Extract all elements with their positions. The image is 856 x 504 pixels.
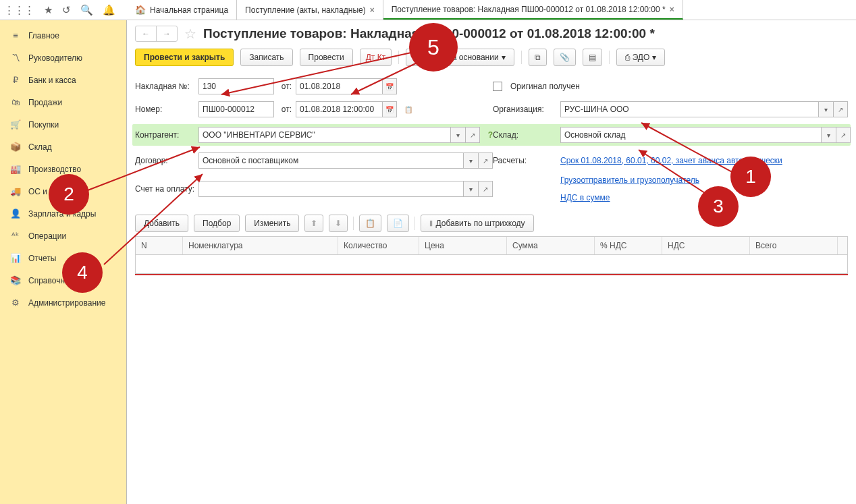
- column-header[interactable]: % НДС: [595, 237, 662, 254]
- sidebar-icon: 🛒: [9, 119, 22, 130]
- number-label: Номер:: [135, 105, 194, 114]
- tab-receipt-doc[interactable]: Поступление товаров: Накладная ПШ00-0000…: [383, 0, 683, 20]
- close-icon[interactable]: ×: [670, 5, 674, 14]
- dropdown-icon[interactable]: ▾: [463, 152, 478, 169]
- dropdown-icon[interactable]: ▾: [450, 127, 465, 143]
- counterparty-input[interactable]: ООО "ИНВЕНТАРИ СЕРВИС": [198, 127, 450, 143]
- number-date-input[interactable]: 01.08.2018 12:00:00: [296, 101, 382, 117]
- open-icon[interactable]: ↗: [478, 181, 493, 197]
- sidebar-icon: ᴬᵏ: [9, 231, 22, 241]
- bell-icon[interactable]: 🔔: [103, 4, 115, 16]
- dropdown-icon[interactable]: ▾: [463, 181, 478, 197]
- column-header[interactable]: Количество: [338, 237, 419, 254]
- original-received-checkbox[interactable]: [493, 82, 502, 91]
- back-icon[interactable]: ←: [136, 26, 157, 41]
- sidebar-item-label: Руководителю: [28, 53, 82, 63]
- shipper-consignee-link[interactable]: Грузоотправитель и грузополучатель: [560, 175, 699, 185]
- invoice-no-input[interactable]: 130: [198, 78, 274, 94]
- close-icon[interactable]: ×: [370, 5, 375, 15]
- move-down-button[interactable]: ⬇: [329, 215, 348, 232]
- sidebar-icon: 🏭: [9, 164, 22, 174]
- calendar-icon[interactable]: 📅: [382, 101, 397, 117]
- column-header[interactable]: Номенклатура: [183, 237, 338, 254]
- sidebar-item-5[interactable]: 📦Склад: [0, 136, 126, 158]
- organization-input[interactable]: РУС-ШИНА ООО: [560, 101, 818, 117]
- sidebar-icon: 📚: [9, 275, 22, 285]
- dt-kt-button[interactable]: Дт Кт: [360, 49, 392, 66]
- sidebar-icon: 🚚: [9, 186, 22, 196]
- favorite-star-icon[interactable]: ☆: [184, 26, 196, 42]
- forward-icon[interactable]: →: [157, 26, 177, 41]
- sidebar: ≡Главное〽Руководителю₽Банк и касса🛍Прода…: [0, 20, 127, 504]
- sidebar-item-label: Производство: [28, 165, 81, 174]
- apps-icon[interactable]: ⋮⋮⋮: [4, 4, 34, 16]
- refresh-icon[interactable]: 📋: [401, 101, 416, 117]
- column-header[interactable]: НДС: [662, 237, 750, 254]
- attach-button[interactable]: 📎: [554, 49, 576, 66]
- copy-button[interactable]: 📋: [359, 215, 381, 232]
- open-icon[interactable]: ↗: [465, 127, 480, 143]
- paste-button[interactable]: 📄: [387, 215, 409, 232]
- sidebar-item-label: Склад: [28, 142, 52, 152]
- star-icon[interactable]: ★: [44, 4, 53, 16]
- sidebar-icon: 👤: [9, 208, 22, 219]
- help-icon[interactable]: ?: [488, 130, 493, 140]
- sidebar-icon: ≡: [9, 30, 22, 40]
- annotation-marker-3: 3: [698, 186, 739, 227]
- sidebar-item-label: Отчеты: [28, 254, 56, 263]
- invoice-no-label: Накладная №:: [135, 82, 194, 91]
- search-icon[interactable]: 🔍: [80, 4, 93, 16]
- sidebar-icon: 📦: [9, 142, 22, 152]
- column-header[interactable]: N: [136, 237, 183, 254]
- annotation-marker-2: 2: [49, 174, 89, 215]
- annotation-marker-1: 1: [730, 157, 771, 197]
- sidebar-item-3[interactable]: 🛍Продажи: [0, 91, 126, 113]
- number-input[interactable]: ПШ00-000012: [198, 101, 274, 117]
- change-button[interactable]: Изменить: [245, 215, 299, 232]
- move-up-button[interactable]: ⬆: [304, 215, 323, 232]
- save-button[interactable]: Записать: [240, 49, 292, 66]
- structure-button[interactable]: ⧉: [529, 49, 547, 66]
- tab-home[interactable]: 🏠Начальная страница: [127, 0, 237, 20]
- sidebar-icon: ₽: [9, 75, 22, 85]
- vat-mode-link[interactable]: НДС в сумме: [560, 193, 699, 202]
- sidebar-item-label: Администрирование: [28, 298, 105, 308]
- calendar-icon[interactable]: 📅: [382, 78, 397, 94]
- column-header[interactable]: Всего: [750, 237, 838, 254]
- tab-receipts[interactable]: Поступление (акты, накладные)×: [237, 0, 383, 20]
- post-button[interactable]: Провести: [300, 49, 353, 66]
- payment-invoice-input[interactable]: [198, 181, 463, 197]
- open-icon[interactable]: ↗: [833, 101, 848, 117]
- column-header[interactable]: Сумма: [507, 237, 595, 254]
- counterparty-label: Контрагент:: [135, 130, 194, 140]
- sidebar-item-0[interactable]: ≡Главное: [0, 24, 126, 47]
- sidebar-item-label: Банк и касса: [28, 76, 76, 85]
- pick-button[interactable]: Подбор: [194, 215, 240, 232]
- open-icon[interactable]: ↗: [836, 127, 851, 143]
- sidebar-item-label: Покупки: [28, 120, 59, 130]
- sidebar-item-1[interactable]: 〽Руководителю: [0, 47, 126, 69]
- payment-invoice-label: Счет на оплату:: [135, 184, 194, 194]
- report-button[interactable]: ▤: [583, 49, 602, 66]
- sidebar-item-12[interactable]: ⚙Администрирование: [0, 291, 126, 314]
- table-body[interactable]: [135, 255, 848, 274]
- sidebar-icon: 🛍: [9, 97, 22, 107]
- add-row-button[interactable]: Добавить: [135, 215, 188, 232]
- invoice-date-input[interactable]: 01.08.2018: [296, 78, 382, 94]
- warehouse-input[interactable]: Основной склад: [560, 127, 821, 143]
- history-icon[interactable]: ↺: [62, 4, 71, 16]
- sidebar-item-label: Главное: [28, 31, 59, 40]
- add-by-barcode-button[interactable]: ⦀ Добавить по штрихкоду: [421, 215, 533, 232]
- contract-input[interactable]: Основной с поставщиком: [198, 152, 463, 169]
- nav-back-forward[interactable]: ←→: [135, 26, 178, 42]
- edo-button[interactable]: ⎙ ЭДО ▾: [616, 49, 666, 66]
- sidebar-item-2[interactable]: ₽Банк и касса: [0, 69, 126, 91]
- dropdown-icon[interactable]: ▾: [821, 127, 836, 143]
- column-header[interactable]: Цена: [419, 237, 507, 254]
- sidebar-item-9[interactable]: ᴬᵏОперации: [0, 225, 126, 247]
- sidebar-item-4[interactable]: 🛒Покупки: [0, 113, 126, 136]
- post-and-close-button[interactable]: Провести и закрыть: [135, 49, 234, 66]
- open-icon[interactable]: ↗: [478, 152, 493, 169]
- sidebar-icon: 📊: [9, 253, 22, 263]
- dropdown-icon[interactable]: ▾: [818, 101, 833, 117]
